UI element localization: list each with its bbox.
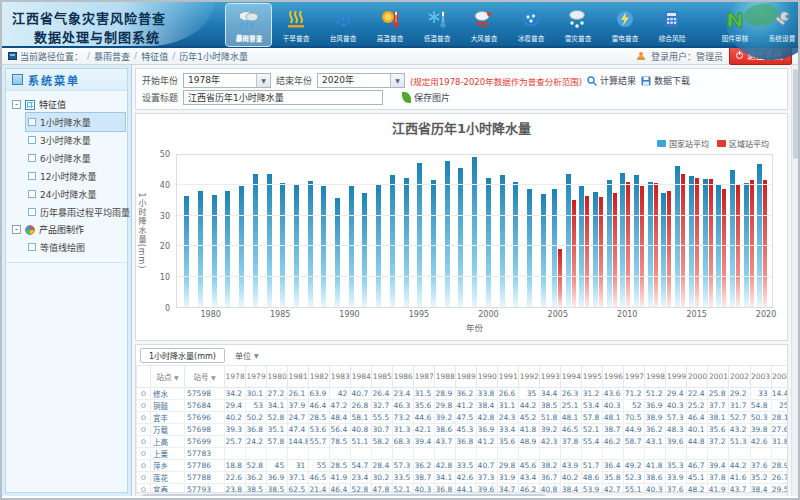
- toolbar-item-map-review[interactable]: 图件审核: [712, 4, 757, 46]
- sidebar-item-contour[interactable]: 等值线绘图: [26, 238, 125, 256]
- unit-dropdown[interactable]: 单位 ▼: [235, 350, 259, 361]
- toolbar-item-comprehensive-risk[interactable]: 综合风险: [649, 4, 694, 46]
- year-column-header[interactable]: 1982: [309, 366, 330, 388]
- sidebar-item-3[interactable]: 6小时降水量: [26, 149, 125, 167]
- table-row[interactable]: 铜鼓5768429.45334.137.946.447.226.832.746.…: [137, 400, 789, 412]
- row-select-cell[interactable]: [137, 400, 151, 412]
- station-column-header[interactable]: 站点 ▼: [151, 366, 185, 388]
- tree-node-product-maps[interactable]: - 产品图制作: [12, 221, 125, 238]
- row-select-cell[interactable]: [137, 436, 151, 448]
- bar-national: [566, 174, 571, 307]
- year-column-header[interactable]: 1998: [645, 366, 666, 388]
- year-column-header[interactable]: 1988: [435, 366, 456, 388]
- year-column-header[interactable]: 1984: [351, 366, 372, 388]
- sidebar-item-4[interactable]: 12小时降水量: [26, 167, 125, 185]
- year-column-header[interactable]: 1999: [666, 366, 687, 388]
- year-column-header[interactable]: 2001: [708, 366, 729, 388]
- save-image-button[interactable]: 保存图片: [402, 91, 450, 104]
- value-cell: 31: [288, 460, 309, 472]
- toolbar-item-lightning[interactable]: 雷电普查: [602, 4, 647, 46]
- expander-icon[interactable]: -: [12, 225, 21, 234]
- table-row[interactable]: 宜丰5769640.250.252.824.728.548.458.155.57…: [137, 412, 789, 424]
- sidebar-item-6[interactable]: 历年暴雨过程平均雨量: [26, 203, 125, 221]
- station-id-column-header[interactable]: 站号 ▼: [185, 366, 225, 388]
- year-column-header[interactable]: 1994: [561, 366, 582, 388]
- bar-regional: [640, 186, 644, 307]
- chart-title-input[interactable]: [183, 90, 383, 105]
- bar-group: [194, 155, 208, 307]
- bar-group: [372, 155, 386, 307]
- toolbar-item-gale[interactable]: 大风普查: [461, 4, 506, 46]
- row-select-cell[interactable]: [137, 424, 151, 436]
- start-year-select[interactable]: 1978年: [183, 73, 271, 88]
- sidebar-item-1[interactable]: 1小时降水量: [26, 113, 125, 131]
- sidebar-item-5[interactable]: 24小时降水量: [26, 185, 125, 203]
- expander-icon[interactable]: -: [12, 100, 21, 109]
- row-select-cell[interactable]: [137, 460, 151, 472]
- table-row[interactable]: 萍乡5778618.852.845315528.554.728.457.336.…: [137, 460, 789, 472]
- year-column-header[interactable]: 1997: [624, 366, 645, 388]
- app-title-line2: 数据处理与制图系统: [12, 27, 206, 46]
- station-name-cell: 铜鼓: [151, 400, 185, 412]
- year-column-header[interactable]: 1978: [225, 366, 246, 388]
- download-button[interactable]: 数据下载: [641, 74, 690, 87]
- station-name-cell: 万载: [151, 424, 185, 436]
- year-column-header[interactable]: 1979: [246, 366, 267, 388]
- year-column-header[interactable]: 1991: [498, 366, 519, 388]
- breadcrumb-item-2[interactable]: 特征值: [141, 50, 168, 63]
- year-column-header[interactable]: 2004: [771, 366, 788, 388]
- calculate-button[interactable]: 计算结果: [587, 74, 636, 87]
- sidebar-item-2[interactable]: 3小时降水量: [26, 131, 125, 149]
- year-column-header[interactable]: 1985: [372, 366, 393, 388]
- toolbar-item-drought[interactable]: 干旱普查: [273, 4, 318, 46]
- table-tab[interactable]: 1小时降水量(mm): [140, 348, 225, 363]
- toolbar-item-low-temp[interactable]: 低温普查: [414, 4, 459, 46]
- toolbar-item-rainstorm[interactable]: 暴雨普查: [226, 4, 271, 46]
- row-select-cell[interactable]: [137, 388, 151, 400]
- row-select-cell[interactable]: [137, 412, 151, 424]
- toolbar-item-snow[interactable]: 雪灾普查: [555, 4, 600, 46]
- year-column-header[interactable]: 2003: [750, 366, 771, 388]
- toolbar-item-hail[interactable]: 冰雹普查: [508, 4, 553, 46]
- row-select-cell[interactable]: [137, 472, 151, 484]
- table-row[interactable]: 万载5769839.336.835.147.453.656.440.830.73…: [137, 424, 789, 436]
- row-select-cell[interactable]: [137, 448, 151, 460]
- year-column-header[interactable]: 1989: [456, 366, 477, 388]
- end-year-select[interactable]: 2020年: [317, 73, 405, 88]
- table-row[interactable]: 修水5759834.230.127.226.163.94240.726.423.…: [137, 388, 789, 400]
- year-column-header[interactable]: 1983: [330, 366, 351, 388]
- year-column-header[interactable]: 1987: [414, 366, 435, 388]
- year-column-header[interactable]: 2000: [687, 366, 708, 388]
- year-column-header[interactable]: 1986: [393, 366, 414, 388]
- scrollbar-thumb[interactable]: [793, 69, 798, 159]
- table-row[interactable]: 上高5769925.724.257.8144.855.778.551.158.2…: [137, 436, 789, 448]
- legend-item-regional[interactable]: 区域站平均: [717, 138, 769, 149]
- bar-group: [605, 155, 619, 307]
- toolbar-item-typhoon[interactable]: 台风普查: [320, 4, 365, 46]
- table-row[interactable]: 莲花5778822.636.236.937.146.541.923.430.23…: [137, 472, 789, 484]
- value-cell: 48.1: [603, 412, 624, 424]
- tree-node-feature-values[interactable]: - 特征值: [12, 96, 125, 113]
- horizontal-scrollbar[interactable]: [136, 492, 787, 496]
- value-cell: 43.4: [519, 472, 540, 484]
- value-cell: 38.6: [645, 472, 666, 484]
- toolbar-item-settings[interactable]: 系统设置: [759, 4, 800, 46]
- table-header-row: 站点 ▼ 站号 ▼ 197819791980198119821983198419…: [137, 366, 789, 388]
- year-column-header[interactable]: 1993: [540, 366, 561, 388]
- year-column-header[interactable]: 1990: [477, 366, 498, 388]
- year-column-header[interactable]: 1981: [288, 366, 309, 388]
- bar-group: [550, 155, 564, 307]
- breadcrumb-item-3[interactable]: 历年1小时降水量: [179, 50, 248, 63]
- scrollbar-thumb[interactable]: [142, 494, 546, 496]
- station-name-cell: 莲花: [151, 472, 185, 484]
- breadcrumb-item-1[interactable]: 暴雨普查: [94, 50, 130, 63]
- year-column-header[interactable]: 1992: [519, 366, 540, 388]
- vertical-scrollbar[interactable]: [791, 65, 798, 496]
- year-column-header[interactable]: 1996: [603, 366, 624, 388]
- year-column-header[interactable]: 2002: [729, 366, 750, 388]
- year-column-header[interactable]: 1995: [582, 366, 603, 388]
- toolbar-item-high-temp[interactable]: 高温普查: [367, 4, 412, 46]
- legend-item-national[interactable]: 国家站平均: [657, 138, 709, 149]
- year-column-header[interactable]: 1980: [267, 366, 288, 388]
- table-row[interactable]: 上栗57783: [137, 448, 789, 460]
